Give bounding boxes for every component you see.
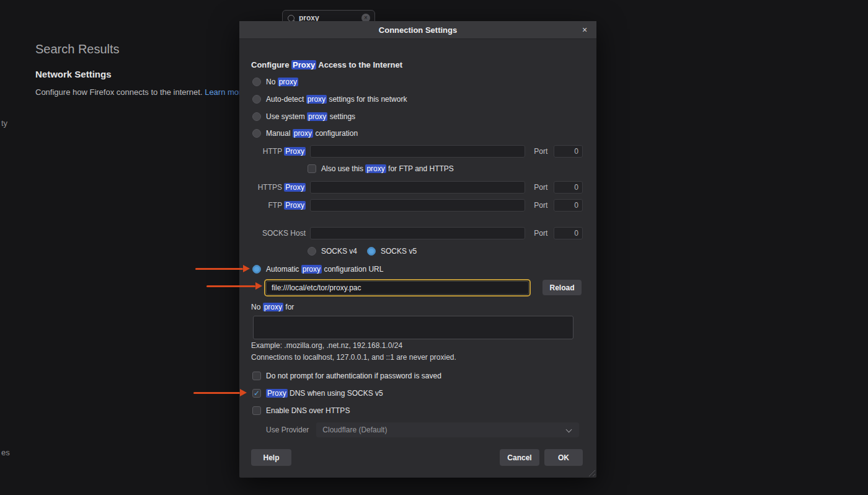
socks-version-group: SOCKS v4 SOCKS v5 — [308, 246, 417, 257]
radio-icon[interactable] — [252, 265, 261, 274]
annotation-arrow-auto-proxy-radio — [195, 265, 250, 273]
use-provider-label: Use Provider — [266, 426, 309, 434]
no-proxy-for-label: No proxy for — [251, 303, 294, 311]
heading-post: Access to the Internet — [316, 60, 402, 69]
arrow-shaft — [195, 268, 243, 270]
cancel-button[interactable]: Cancel — [500, 449, 539, 466]
resize-grip[interactable] — [587, 468, 595, 476]
radio-no-proxy[interactable]: No proxy — [252, 76, 298, 87]
dialog-titlebar: Connection Settings × — [239, 21, 596, 39]
search-results-title: Search Results — [35, 42, 120, 56]
reload-button[interactable]: Reload — [542, 280, 582, 295]
checkbox-icon[interactable] — [308, 164, 316, 173]
port-label: Port — [534, 183, 547, 192]
radio-icon[interactable] — [252, 129, 261, 138]
https-proxy-row: HTTPS Proxy Port 0 — [248, 181, 583, 194]
no-proxy-example-text: Example: .mozilla.org, .net.nz, 192.168.… — [251, 341, 402, 350]
https-port-input[interactable]: 0 — [554, 181, 583, 194]
radio-manual-proxy[interactable]: Manual proxy configuration — [252, 128, 358, 139]
ftp-port-input[interactable]: 0 — [554, 199, 583, 212]
ftp-proxy-row: FTP Proxy Port 0 — [248, 199, 583, 212]
checkbox-icon[interactable] — [252, 406, 261, 415]
radio-icon[interactable] — [252, 78, 261, 86]
checkbox-label: Do not prompt for authentication if pass… — [266, 372, 441, 380]
radio-socks-v4[interactable] — [308, 247, 316, 256]
arrow-head-icon — [243, 265, 250, 272]
also-use-proxy-checkbox[interactable]: Also use this proxy for FTP and HTTPS — [308, 163, 454, 174]
socks-host-row: SOCKS Host Port 0 — [248, 227, 583, 239]
radio-icon[interactable] — [252, 112, 261, 121]
arrow-head-icon — [255, 282, 262, 290]
checkbox-label: Proxy DNS when using SOCKS v5 — [266, 389, 383, 398]
socks-v4-label: SOCKS v4 — [321, 247, 357, 256]
provider-dropdown[interactable]: Cloudflare (Default) — [316, 422, 579, 437]
port-label: Port — [534, 229, 547, 238]
radio-label: Automatic proxy configuration URL — [266, 265, 383, 274]
localhost-note-text: Connections to localhost, 127.0.0.1, and… — [251, 353, 456, 362]
radio-label: No proxy — [266, 78, 298, 86]
socks-v5-label: SOCKS v5 — [381, 247, 417, 256]
help-button[interactable]: Help — [251, 449, 291, 466]
sidebar-item-fragment-extensions[interactable]: es — [1, 448, 10, 457]
annotation-arrow-pac-url-field — [206, 282, 262, 290]
description-text: Configure how Firefox connects to the in… — [35, 87, 205, 97]
checkbox-proxy-dns-socks5[interactable]: ✓ Proxy DNS when using SOCKS v5 — [252, 388, 383, 399]
checkbox-label: Also use this proxy for FTP and HTTPS — [321, 164, 454, 173]
http-proxy-label: HTTP Proxy — [248, 147, 306, 156]
connection-settings-dialog: Connection Settings × Configure Proxy Ac… — [239, 21, 596, 478]
socks-host-label: SOCKS Host — [248, 229, 306, 238]
arrow-shaft — [193, 392, 240, 394]
http-proxy-row: HTTP Proxy Port 0 — [248, 145, 583, 158]
search-icon — [288, 15, 294, 22]
radio-system-proxy[interactable]: Use system proxy settings — [252, 111, 355, 122]
radio-auto-detect-proxy[interactable]: Auto-detect proxy settings for this netw… — [252, 94, 407, 105]
socks-port-input[interactable]: 0 — [554, 227, 583, 239]
heading-pre: Configure — [251, 60, 291, 69]
pac-url-input[interactable] — [266, 281, 529, 295]
annotation-arrow-proxy-dns-checkbox — [193, 389, 247, 397]
radio-label: Manual proxy configuration — [266, 129, 358, 138]
https-proxy-label: HTTPS Proxy — [248, 183, 306, 192]
radio-automatic-proxy-url[interactable]: Automatic proxy configuration URL — [252, 264, 383, 275]
network-settings-description: Configure how Firefox connects to the in… — [35, 87, 241, 97]
http-port-input[interactable]: 0 — [554, 145, 583, 158]
http-proxy-input[interactable] — [310, 145, 525, 158]
radio-icon[interactable] — [252, 95, 261, 104]
radio-label: Use system proxy settings — [266, 112, 355, 121]
dialog-title: Connection Settings — [379, 25, 457, 35]
ok-button[interactable]: OK — [544, 449, 583, 466]
ftp-proxy-label: FTP Proxy — [248, 201, 306, 210]
learn-more-link[interactable]: Learn mor — [205, 87, 241, 97]
checkbox-checked-icon[interactable]: ✓ — [252, 389, 261, 398]
pac-url-field-wrapper — [264, 279, 531, 297]
https-proxy-input[interactable] — [310, 181, 525, 194]
configure-proxy-heading: Configure Proxy Access to the Internet — [251, 60, 402, 69]
arrow-head-icon — [240, 389, 247, 396]
port-label: Port — [534, 147, 547, 156]
checkbox-icon[interactable] — [252, 372, 261, 380]
radio-socks-v5[interactable] — [367, 247, 376, 256]
checkbox-no-auth-prompt[interactable]: Do not prompt for authentication if pass… — [252, 370, 441, 381]
firefox-settings-page: Search Results Network Settings Configur… — [0, 0, 868, 495]
checkbox-label: Enable DNS over HTTPS — [266, 406, 350, 415]
radio-label: Auto-detect proxy settings for this netw… — [266, 95, 407, 104]
ftp-proxy-input[interactable] — [310, 199, 525, 212]
doh-provider-row: Use Provider Cloudflare (Default) — [266, 422, 579, 437]
chevron-down-icon — [567, 427, 572, 432]
network-settings-heading: Network Settings — [35, 69, 112, 79]
provider-selected-value: Cloudflare (Default) — [322, 426, 387, 434]
close-icon[interactable]: × — [580, 25, 590, 35]
heading-highlight: Proxy — [291, 60, 316, 69]
sidebar-item-fragment-security[interactable]: ty — [1, 118, 7, 128]
checkbox-enable-doh[interactable]: Enable DNS over HTTPS — [252, 405, 350, 416]
socks-host-input[interactable] — [310, 227, 525, 239]
no-proxy-for-textarea[interactable] — [253, 316, 574, 339]
arrow-shaft — [206, 285, 255, 287]
port-label: Port — [534, 201, 547, 210]
